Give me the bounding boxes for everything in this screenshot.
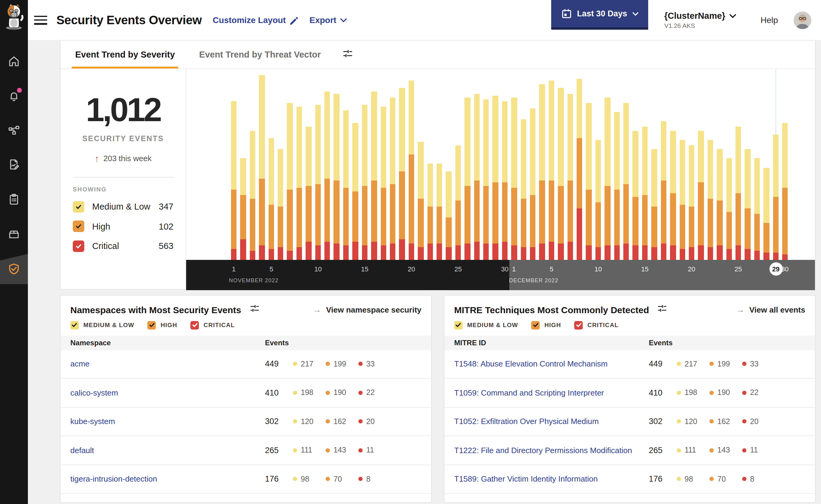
sidebar-item-service-graph[interactable]: [0, 119, 28, 142]
row-link[interactable]: T1222: File and Directory Permissions Mo…: [454, 446, 649, 455]
chart-bar[interactable]: [241, 75, 246, 260]
chart-bar[interactable]: [595, 75, 601, 260]
chart-bar[interactable]: [567, 75, 573, 260]
chip-medium-low[interactable]: MEDIUM & LOW: [454, 321, 518, 329]
row-link[interactable]: calico-system: [70, 388, 265, 397]
chart-bar[interactable]: [661, 75, 667, 260]
chart-bar[interactable]: [353, 75, 358, 260]
chip-high[interactable]: HIGH: [531, 321, 561, 329]
chart-bar[interactable]: [474, 75, 480, 260]
chart-bar[interactable]: [520, 75, 526, 260]
chart-bar[interactable]: [736, 75, 741, 260]
chart-bar[interactable]: [399, 75, 405, 260]
chart-bar[interactable]: [680, 75, 685, 260]
chart-bar[interactable]: [558, 75, 563, 260]
chart-bar[interactable]: [726, 75, 732, 260]
chart-bar[interactable]: [577, 75, 582, 260]
chart-bar[interactable]: [418, 75, 424, 260]
row-link[interactable]: default: [70, 446, 265, 455]
chart-bar[interactable]: [511, 75, 517, 260]
medium-low-checkbox[interactable]: [73, 201, 84, 212]
row-link[interactable]: tigera-intrusion-detection: [70, 475, 265, 484]
chart-bar[interactable]: [483, 75, 489, 260]
chart-bar[interactable]: [259, 75, 265, 260]
tab-event-trend-severity[interactable]: Event Trend by Severity: [71, 41, 178, 68]
tab-event-trend-threat-vector[interactable]: Event Trend by Threat Vector: [195, 41, 324, 68]
chart-bar[interactable]: [287, 75, 293, 260]
chart-bar[interactable]: [623, 75, 629, 260]
row-link[interactable]: T1059: Command and Scripting Interpreter: [454, 388, 649, 397]
user-avatar[interactable]: [794, 11, 811, 29]
chip-critical[interactable]: CRITICAL: [574, 321, 619, 329]
mitre-settings-icon[interactable]: [658, 303, 667, 316]
chart-bar[interactable]: [427, 75, 433, 260]
chip-high[interactable]: HIGH: [148, 321, 177, 329]
chart-bar[interactable]: [670, 75, 676, 260]
sidebar-item-reports[interactable]: [0, 153, 28, 176]
row-link[interactable]: kube-system: [70, 417, 265, 426]
sidebar-item-home[interactable]: [0, 50, 28, 73]
row-link[interactable]: acme: [70, 360, 265, 369]
view-all-events-link[interactable]: → View all events: [736, 305, 805, 314]
menu-button[interactable]: [34, 15, 47, 25]
help-link[interactable]: Help: [760, 15, 778, 25]
chart-bar[interactable]: [549, 75, 554, 260]
chart-bar[interactable]: [306, 75, 312, 260]
chart-bar[interactable]: [362, 75, 367, 260]
chart-bar[interactable]: [268, 75, 274, 260]
sidebar-item-alerts[interactable]: [0, 84, 28, 107]
chart-bar[interactable]: [371, 75, 377, 260]
chart-bar[interactable]: [763, 75, 769, 260]
chip-medium-low[interactable]: MEDIUM & LOW: [70, 321, 134, 329]
chart-bar[interactable]: [334, 75, 340, 260]
critical-checkbox[interactable]: [73, 240, 84, 252]
chart-bar[interactable]: [464, 75, 470, 260]
chart-bar[interactable]: [633, 75, 639, 260]
chart-bar[interactable]: [278, 75, 284, 260]
chart-bar[interactable]: [343, 75, 349, 260]
chart-bar[interactable]: [437, 75, 442, 260]
chip-critical[interactable]: CRITICAL: [191, 321, 235, 329]
selected-day-badge[interactable]: 29: [769, 262, 783, 276]
chart-bar[interactable]: [493, 75, 498, 260]
chart-bar[interactable]: [652, 75, 657, 260]
chart-bar[interactable]: [530, 75, 536, 260]
chart-bar[interactable]: [698, 75, 704, 260]
chart-bar[interactable]: [315, 75, 321, 260]
chart-bar[interactable]: [297, 75, 302, 260]
chart-bar[interactable]: [455, 75, 461, 260]
chart-bar[interactable]: [539, 75, 545, 260]
calico-cat-logo[interactable]: [2, 2, 26, 30]
chart-bar[interactable]: [642, 75, 648, 260]
row-link[interactable]: T1589: Gather Victim Identity Informatio…: [454, 475, 649, 484]
high-checkbox[interactable]: [73, 221, 84, 232]
export-button[interactable]: Export: [310, 15, 347, 25]
chart-bar[interactable]: [408, 75, 414, 260]
date-range-button[interactable]: Last 30 Days: [551, 0, 649, 30]
chart-bar[interactable]: [773, 75, 779, 260]
chart-bar[interactable]: [324, 75, 330, 260]
chart-bar[interactable]: [381, 75, 386, 260]
chart-bar[interactable]: [605, 75, 610, 260]
namespaces-settings-icon[interactable]: [250, 303, 260, 316]
trend-settings-icon[interactable]: [343, 48, 353, 61]
sidebar-item-threat-defense[interactable]: [0, 254, 28, 284]
sidebar-item-workloads[interactable]: [0, 222, 28, 245]
chart-bar[interactable]: [614, 75, 620, 260]
row-link[interactable]: T1052: Exfiltration Over Physical Medium: [454, 417, 649, 426]
chart-bar[interactable]: [754, 75, 760, 260]
chart-bar[interactable]: [502, 75, 508, 260]
row-link[interactable]: T1548: Abuse Elevation Control Mechanism: [454, 360, 649, 369]
chart-bar[interactable]: [745, 75, 751, 260]
sidebar-item-compliance[interactable]: [0, 188, 28, 211]
chart-bar[interactable]: [689, 75, 695, 260]
chart-bar[interactable]: [717, 75, 723, 260]
cluster-selector[interactable]: {ClusterName} V1.26 AKS: [664, 11, 736, 29]
chart-bar[interactable]: [250, 75, 256, 260]
chart-bar[interactable]: [390, 75, 396, 260]
view-namespace-security-link[interactable]: → View namespace security: [313, 305, 421, 314]
chart-bar[interactable]: [707, 75, 713, 260]
chart-bar[interactable]: [446, 75, 452, 260]
chart-bar[interactable]: [231, 75, 237, 260]
customize-layout-link[interactable]: Customize Layout: [213, 15, 299, 25]
